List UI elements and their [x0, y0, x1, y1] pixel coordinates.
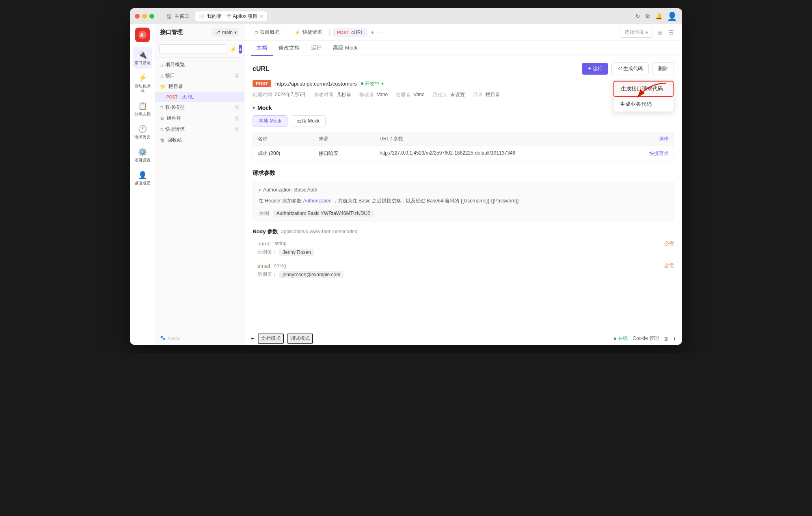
- tab-close-icon[interactable]: ✕: [260, 14, 263, 19]
- settings-gear-icon: ⚙️: [138, 148, 147, 157]
- bottom-bar: ⇤ 文档模式 调试模式 在线 Cookie 管理 🗑 ℹ: [244, 332, 682, 345]
- nav-item-api[interactable]: □ 接口 ›: [155, 70, 244, 81]
- add-button[interactable]: +: [239, 45, 242, 54]
- mock-table: 名称 来源 URL / 参数 操作 成功 (200) 接口响应 http://1…: [253, 132, 674, 161]
- status-badge[interactable]: 开发中 ▾: [361, 80, 384, 87]
- meta-modified-time: 修改时间 几秒前: [314, 91, 351, 98]
- env-selector[interactable]: 选择环境 ▾: [620, 27, 652, 38]
- method-post-badge: POST: [165, 95, 179, 100]
- run-button[interactable]: ✦ 运行: [582, 63, 608, 75]
- nav-item-components[interactable]: ⚙ 组件库 ›: [155, 113, 244, 124]
- tab-doc[interactable]: 文档: [251, 41, 273, 56]
- param-name-type: string: [275, 241, 287, 246]
- branch-selector[interactable]: ⎇ main ▾: [212, 28, 239, 37]
- mock-section-header: ▾ Mock: [253, 105, 674, 111]
- sidebar-item-shared-docs[interactable]: 📋 分享文档: [133, 98, 152, 120]
- maximize-button[interactable]: [149, 14, 154, 19]
- tab-advanced-mock[interactable]: 高级 Mock: [327, 41, 363, 56]
- col-header-action: 操作: [636, 135, 669, 142]
- local-mock-button[interactable]: 本地 Mock: [253, 115, 287, 127]
- close-button[interactable]: [135, 14, 140, 19]
- sidebar-item-automation[interactable]: ⚡ 自动化测试: [133, 70, 152, 97]
- api-nav-icon: □: [160, 73, 163, 79]
- row-name: 成功 (200): [258, 150, 319, 157]
- tab-edit-doc[interactable]: 修改文档: [273, 41, 305, 56]
- history-icon: 🕐: [138, 125, 147, 133]
- cloud-mock-button[interactable]: 云端 Mock: [291, 115, 326, 127]
- col-header-url: URL / 参数: [380, 135, 636, 142]
- api-url-bar: POST https://api.stripe.com/v1/customers…: [253, 80, 674, 87]
- refresh-icon[interactable]: ↻: [635, 13, 640, 19]
- delete-button[interactable]: 删除: [652, 62, 674, 75]
- debug-mode-button[interactable]: 调试模式: [287, 333, 313, 344]
- sidebar-item-project-settings[interactable]: ⚙️ 项目设置: [133, 144, 152, 166]
- add-tab-icon[interactable]: +: [369, 28, 376, 37]
- param-name-example-value: Jenny Rosen: [279, 249, 314, 256]
- sidebar-item-invite-members[interactable]: 👤 邀请成员: [133, 168, 152, 189]
- left-panel-header: 接口管理 ⎇ main ▾: [155, 24, 244, 41]
- tab-project[interactable]: 📄 我的第一个 Apifox 项目 ✕: [195, 11, 267, 22]
- top-nav-quick-request[interactable]: ⚡ 快捷请求: [290, 27, 326, 37]
- status-chevron: ▾: [381, 81, 384, 86]
- nav-item-project-overview[interactable]: □ 项目概览: [155, 59, 244, 70]
- doc-mode-button[interactable]: 文档模式: [258, 333, 284, 344]
- collapse-icon[interactable]: ⇤: [251, 336, 255, 341]
- cookie-management[interactable]: Cookie 管理: [633, 335, 659, 342]
- tab-run[interactable]: 运行: [305, 41, 327, 56]
- search-bar: ⚡ +: [155, 41, 244, 58]
- table-header: 名称 来源 URL / 参数 操作: [253, 132, 674, 146]
- sidebar-item-api-management[interactable]: 🔌 接口管理: [133, 47, 152, 69]
- bell-icon[interactable]: 🔔: [655, 13, 662, 19]
- dropdown-item-generate-business-code[interactable]: 生成业务代码: [613, 97, 674, 112]
- nav-arrow4: ›: [235, 127, 239, 132]
- left-panel: 接口管理 ⎇ main ▾ ⚡ + □ 项目概览 □ 接口: [155, 24, 244, 345]
- search-input[interactable]: [159, 44, 227, 54]
- menu-icon[interactable]: ☰: [667, 28, 676, 37]
- meta-owner: 责任人 未设置: [433, 91, 465, 98]
- top-nav-overview[interactable]: □ 项目概览: [251, 27, 283, 37]
- top-nav: □ 项目概览 ⚡ 快捷请求 POST cURL + ··· 选择环境: [244, 24, 682, 41]
- nav-item-quick-request[interactable]: □ 快捷请求 ›: [155, 124, 244, 135]
- data-model-icon: □: [160, 105, 163, 110]
- invite-icon: 👤: [138, 171, 147, 180]
- env-chevron-icon: ▾: [646, 30, 648, 35]
- overview-nav-icon: □: [255, 30, 258, 35]
- apifox-brand: 🐾 Apifox: [155, 331, 244, 345]
- avatar[interactable]: 👤: [667, 11, 677, 21]
- nav-item-data-model[interactable]: □ 数据模型 ›: [155, 102, 244, 113]
- apifox-logo-small: 🐾: [160, 335, 166, 341]
- col-header-source: 来源: [319, 135, 380, 142]
- chevron-down-icon: ▾: [234, 30, 237, 35]
- auth-expand-icon[interactable]: ▾: [259, 188, 261, 192]
- tab-home[interactable]: 🏠 主窗口: [162, 11, 193, 22]
- row-action[interactable]: 快捷请求: [636, 150, 669, 157]
- api-url: https://api.stripe.com/v1/customers: [275, 81, 357, 87]
- generate-code-button[interactable]: </ 生成代码: [611, 62, 649, 75]
- minimize-button[interactable]: [142, 14, 147, 19]
- dropdown-item-generate-request-code[interactable]: 生成接口请求代码: [613, 81, 674, 97]
- param-email-row: email string 必需: [257, 262, 674, 269]
- body-section: Body 参数 application/x-www-form-urlencode…: [253, 228, 674, 278]
- top-nav-post-curl[interactable]: POST cURL: [333, 28, 367, 37]
- param-name-row: name string 必需: [257, 240, 674, 247]
- sidebar-item-request-history[interactable]: 🕐 请求历史: [133, 121, 152, 143]
- mock-toggle-icon[interactable]: ▾: [253, 105, 255, 111]
- document-icon: 📄: [199, 14, 205, 19]
- info-icon[interactable]: ℹ: [674, 336, 676, 342]
- layout-icon[interactable]: ⊞: [656, 28, 664, 37]
- online-dot: [614, 338, 616, 340]
- content-tabs: 文档 修改文档 运行 高级 Mock: [244, 41, 682, 56]
- auth-link[interactable]: Authorization: [303, 198, 331, 204]
- settings-icon[interactable]: ⚙: [645, 13, 650, 19]
- nav-item-trash[interactable]: 🗑 回收站: [155, 135, 244, 146]
- filter-icon[interactable]: ⚡: [230, 46, 236, 52]
- more-tabs-icon[interactable]: ···: [377, 28, 385, 37]
- nav-item-post-curl[interactable]: POST cURL: [155, 92, 244, 102]
- trash-bottom-icon[interactable]: 🗑: [664, 336, 669, 342]
- nav-arrow3: ›: [235, 116, 239, 121]
- method-badge: POST: [253, 80, 271, 87]
- param-email-example: 示例值： jennyrosen@example.com: [257, 271, 674, 278]
- docs-icon: 📋: [138, 101, 147, 110]
- nav-item-root-dir[interactable]: 📁 根目录: [155, 81, 244, 92]
- params-title: 请求参数: [253, 170, 674, 177]
